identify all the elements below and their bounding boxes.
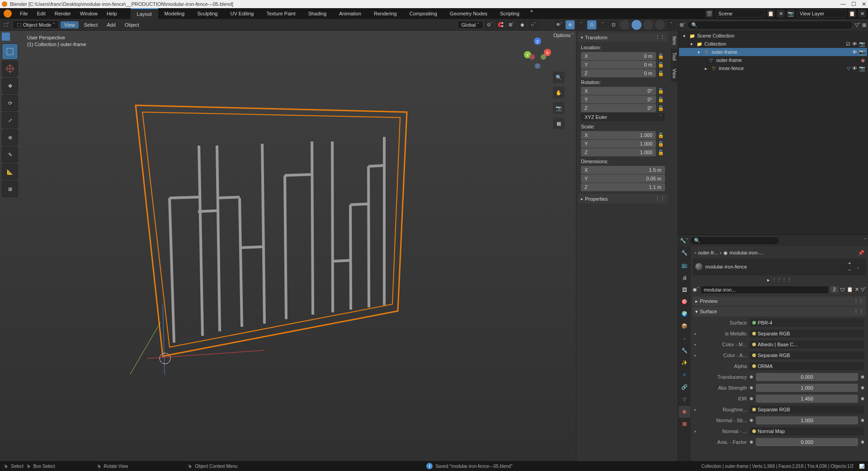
prop-value-5[interactable]: 1.000 [756,384,858,392]
lock-loc-z[interactable]: 🔓 [657,69,665,77]
rotation-x[interactable]: X0° [581,87,656,95]
mat-slot-menu[interactable]: ˇ [857,267,863,273]
visibility-dropdown[interactable]: 👁ˇ [555,20,564,29]
surface-shader-dropdown[interactable]: PBR-4 [750,319,864,327]
selectmode-1[interactable] [2,33,10,41]
dim-y[interactable]: Y0.05 m [581,174,665,183]
prop-value-10[interactable]: 0.000 [756,438,858,446]
properties-header[interactable]: ▸Properties⋮⋮ [578,194,668,203]
tool-measure[interactable]: 📐 [2,164,18,180]
lock-scale-z[interactable]: 🔓 [657,148,665,156]
object-menu[interactable]: Object [121,22,143,28]
pin-icon[interactable]: 📌 [858,250,864,256]
proportional-dropdown[interactable]: ∩ˇ [528,20,538,29]
tab-rendering[interactable]: Rendering [368,8,403,19]
tab-scripting[interactable]: Scripting [494,8,526,19]
prop-extra-10[interactable] [861,440,864,444]
tree-scene-collection[interactable]: ▾📁Scene Collection [679,32,867,40]
tool-transform[interactable]: ⊕ [2,129,18,146]
prop-tab-tool[interactable]: 🔧 [679,247,690,259]
viewlayer-name-field[interactable] [797,9,846,18]
location-y[interactable]: Y0 m [581,61,656,69]
tool-add-cube[interactable]: ⊞ [2,181,18,197]
prop-tab-material[interactable]: ◉ [679,406,690,418]
scene-browse-icon[interactable]: 🎬 [705,9,713,18]
tree-outer-frame-mesh[interactable]: ▽outer-frame ◉ [679,56,867,64]
prop-tab-object[interactable]: ▫ [679,333,690,344]
tool-annotate[interactable]: ✎ [2,146,18,163]
pan-icon[interactable]: ✋ [553,87,565,99]
prop-value-9[interactable]: Normal Map [750,427,864,435]
location-z[interactable]: Z0 m [581,69,656,77]
menu-edit[interactable]: Edit [33,11,50,16]
tool-move[interactable]: ✥ [2,78,18,94]
mat-name-field[interactable]: modular-iron... [701,286,829,294]
npanel-tab-tool[interactable]: Tool [671,49,678,64]
prop-socket-6[interactable] [750,397,753,400]
prop-tab-collection[interactable]: 📦 [679,320,690,332]
prop-tab-world[interactable]: 🌍 [679,308,690,320]
options-dropdown[interactable]: Options ˇ [553,33,574,38]
npanel-tab-item[interactable]: Item [671,33,678,48]
view-menu[interactable]: View [61,21,79,28]
menu-render[interactable]: Render [50,11,75,16]
tool-select-box[interactable] [2,43,18,60]
add-menu[interactable]: Add [103,22,119,28]
select-menu[interactable]: Select [80,22,102,28]
prop-tab-viewlayer[interactable]: 🖼 [679,284,690,296]
prop-extra-4[interactable] [861,375,864,379]
shading-material[interactable] [643,20,653,30]
prop-tab-physics[interactable]: ⚛ [679,369,690,381]
shading-wireframe[interactable] [620,20,630,30]
mat-users-badge[interactable]: 2 [830,286,839,293]
menu-window[interactable]: Window [75,11,102,16]
prop-socket-4[interactable] [750,375,753,379]
mat-unlink[interactable]: ✕ [855,287,859,292]
mat-browse-icon[interactable]: ◉ˇ [693,287,699,292]
prop-tab-modifier[interactable]: 🔧 [679,345,690,357]
material-slot[interactable]: modular-iron-fence + − ˇ [693,259,866,275]
scale-z[interactable]: Z1.000 [581,148,656,156]
prop-socket-10[interactable] [750,440,753,444]
mat-nodes-dropdown[interactable]: ▽ˇ [861,287,866,292]
properties-options[interactable]: ˇ [864,238,866,243]
outliner-new-collection[interactable]: ⊞ [862,22,866,28]
tree-outer-frame[interactable]: ▾▽outer-frame 👁📷 [679,48,867,56]
scale-y[interactable]: Y1.000 [581,140,656,148]
overlay-dropdown[interactable]: ˇ [598,20,607,29]
lock-rot-z[interactable]: 🔓 [657,104,665,112]
editor-type-dropdown[interactable]: ⬚ˇ [2,20,11,29]
scale-x[interactable]: X1.000 [581,131,656,139]
properties-type-dropdown[interactable]: 🔧ˇ [680,238,688,244]
prop-tab-constraint[interactable]: 🔗 [679,382,690,393]
tool-rotate[interactable]: ⟳ [2,95,18,111]
preview-section[interactable]: ▸Preview⋮⋮ [693,297,866,306]
tab-geometry-nodes[interactable]: Geometry Nodes [443,8,494,19]
npanel-tab-view[interactable]: View [671,65,678,82]
rotation-z[interactable]: Z0° [581,104,656,112]
viewlayer-new-button[interactable]: 📋 [848,9,856,18]
lock-loc-x[interactable]: 🔓 [657,52,665,60]
viewlayer-delete-button[interactable]: ✕ [858,9,866,18]
surface-section[interactable]: ▾Surface⋮⋮ [693,307,866,316]
scene-delete-button[interactable]: ✕ [777,9,785,18]
scene-name-field[interactable] [715,9,765,18]
orientation-dropdown[interactable]: Global ˇ [458,21,483,29]
camera-icon[interactable]: 📷 [553,102,565,114]
gizmo-toggle[interactable]: ⊕ [566,20,575,29]
tab-animation[interactable]: Animation [333,8,368,19]
lock-rot-x[interactable]: 🔓 [657,87,665,95]
prop-extra-5[interactable] [861,386,864,390]
prop-value-3[interactable]: ORMA [750,362,864,370]
lock-scale-y[interactable]: 🔓 [657,140,665,148]
maximize-button[interactable]: ☐ [851,1,856,7]
lock-loc-y[interactable]: 🔓 [657,61,665,69]
tab-compositing[interactable]: Compositing [403,8,443,19]
gizmo-dropdown[interactable]: ˇ [576,20,585,29]
selectmode-2[interactable] [10,33,19,41]
prop-value-6[interactable]: 1.450 [756,395,858,403]
minimize-button[interactable]: — [840,1,846,7]
menu-file[interactable]: File [15,11,33,16]
shading-dropdown[interactable]: ˇ [667,20,676,29]
perspective-icon[interactable]: ▦ [553,118,565,129]
